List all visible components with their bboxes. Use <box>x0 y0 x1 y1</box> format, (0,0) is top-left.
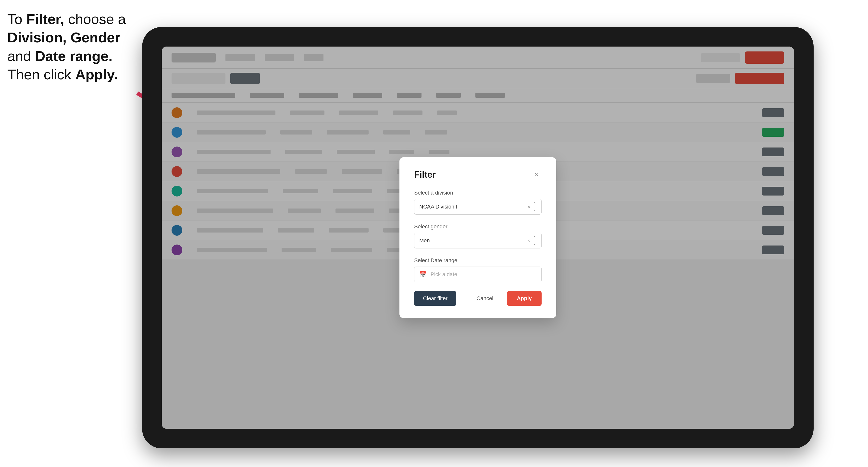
date-label: Select Date range <box>414 257 541 263</box>
modal-footer: Clear filter Cancel Apply <box>414 291 541 306</box>
gender-clear-icon[interactable]: × <box>527 238 530 244</box>
instruction-bold-division-gender: Division, Gender <box>7 29 120 45</box>
instruction-bold-filter: Filter, <box>26 11 64 27</box>
apply-button[interactable]: Apply <box>507 291 541 306</box>
division-arrow-icon: ⌃⌄ <box>533 201 536 212</box>
gender-controls: × ⌃⌄ <box>527 235 536 246</box>
division-select[interactable]: NCAA Division I × ⌃⌄ <box>414 199 541 215</box>
cancel-button[interactable]: Cancel <box>468 291 502 306</box>
modal-overlay: Filter × Select a division NCAA Division… <box>162 46 794 429</box>
instruction-bold-date: Date range. <box>35 48 113 64</box>
instruction-line4: Then click Apply. <box>7 66 118 82</box>
tablet-frame: Filter × Select a division NCAA Division… <box>142 27 814 448</box>
date-form-group: Select Date range 📅 Pick a date <box>414 257 541 282</box>
modal-header: Filter × <box>414 169 541 180</box>
instruction-panel: To Filter, choose a Division, Gender and… <box>7 10 150 84</box>
instruction-line3: and Date range. <box>7 48 113 64</box>
gender-value: Men <box>419 238 430 244</box>
division-form-group: Select a division NCAA Division I × ⌃⌄ <box>414 190 541 215</box>
date-input[interactable]: 📅 Pick a date <box>414 267 541 282</box>
division-label: Select a division <box>414 190 541 196</box>
date-placeholder: Pick a date <box>431 271 457 278</box>
tablet-screen: Filter × Select a division NCAA Division… <box>162 46 794 429</box>
modal-footer-right: Cancel Apply <box>468 291 541 306</box>
gender-label: Select gender <box>414 223 541 230</box>
calendar-icon: 📅 <box>419 271 427 278</box>
division-clear-icon[interactable]: × <box>527 204 530 210</box>
modal-title: Filter <box>414 169 436 180</box>
filter-modal: Filter × Select a division NCAA Division… <box>399 157 556 318</box>
gender-select[interactable]: Men × ⌃⌄ <box>414 233 541 248</box>
modal-close-button[interactable]: × <box>532 170 541 180</box>
division-controls: × ⌃⌄ <box>527 201 536 212</box>
instruction-line1: To Filter, choose a <box>7 11 126 27</box>
division-value: NCAA Division I <box>419 204 457 210</box>
gender-arrow-icon: ⌃⌄ <box>533 235 536 246</box>
clear-filter-button[interactable]: Clear filter <box>414 291 456 306</box>
gender-form-group: Select gender Men × ⌃⌄ <box>414 223 541 248</box>
instruction-bold-apply: Apply. <box>75 66 118 82</box>
